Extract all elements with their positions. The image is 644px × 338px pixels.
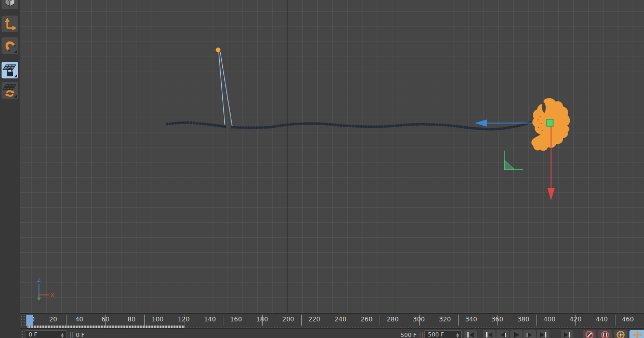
workplane-rotate-button[interactable]	[2, 82, 18, 99]
manipulator-z-arrowhead[interactable]	[547, 188, 555, 200]
trail-dot	[307, 122, 310, 125]
trail-dot	[397, 124, 400, 127]
trail-dot	[245, 126, 247, 129]
trail-dot	[223, 125, 226, 128]
axis-button[interactable]	[2, 16, 18, 32]
trail-dot	[263, 126, 266, 129]
timeline-playhead[interactable]	[26, 315, 33, 326]
trail-dot	[489, 128, 492, 130]
frame-spinner[interactable]: ▲▼	[60, 332, 65, 338]
trail-dot	[171, 122, 174, 125]
blob-speckle	[538, 119, 539, 120]
trail-dot	[279, 124, 281, 127]
trail-dot	[436, 124, 438, 126]
trail-dot	[253, 126, 256, 129]
gizmo-x-label: X	[50, 292, 55, 299]
trail-dot	[405, 124, 408, 126]
trail-dot	[318, 122, 320, 125]
trail-dot	[269, 126, 271, 128]
trail-dot	[305, 122, 307, 125]
play-button[interactable]	[510, 330, 522, 338]
trail-dot	[214, 124, 217, 127]
ruler-frame-label: 240	[334, 316, 346, 323]
goto-prev-key-button[interactable]	[483, 330, 495, 338]
trail-dot	[510, 126, 513, 128]
trail-dot	[362, 125, 365, 128]
ruler-frame-label: 380	[517, 316, 529, 323]
trail-dot	[320, 123, 323, 125]
viewport-canvas[interactable]: ZX	[20, 0, 644, 314]
blob-speckle	[541, 123, 542, 124]
goto-next-key-button[interactable]	[537, 330, 549, 338]
trail-dot	[236, 126, 239, 129]
trail-dot	[287, 123, 289, 126]
tangent-handle[interactable]	[216, 48, 221, 52]
ruler-frame-label: 420	[570, 316, 582, 323]
range-end-field[interactable]: 500 F ▲▼	[424, 330, 462, 338]
trail-dot	[196, 122, 198, 125]
range-spinner[interactable]: ▲▼	[455, 332, 460, 338]
trail-dot	[502, 127, 505, 130]
trail-dot	[500, 127, 502, 130]
trail-dot	[420, 123, 423, 125]
trail-dot	[418, 123, 421, 126]
trail-dot	[492, 128, 494, 130]
trail-dot	[323, 123, 326, 125]
trail-dot	[384, 125, 386, 128]
trail-dot	[370, 125, 373, 128]
trail-dot	[190, 121, 192, 124]
current-frame-field[interactable]: 0 F ▲▼	[25, 330, 66, 338]
mode-cube-button[interactable]	[2, 0, 18, 9]
trail-dot	[520, 124, 523, 126]
snap-magnet-button[interactable]	[2, 37, 18, 54]
trail-dot	[507, 126, 510, 129]
trail-dot	[455, 125, 458, 127]
trail-dot	[428, 123, 431, 126]
manipulator-x-arrowhead[interactable]	[475, 119, 487, 127]
trail-dot	[198, 122, 201, 125]
ruler-frame-label: 340	[465, 316, 477, 323]
ruler-tick	[458, 315, 459, 326]
ruler-frame-label: 400	[544, 316, 556, 323]
trail-dot	[433, 123, 435, 126]
trail-dot	[242, 126, 244, 129]
trail-dot	[331, 123, 333, 126]
manipulator-center-handle[interactable]	[546, 119, 553, 126]
trail-dot	[166, 123, 168, 125]
trail-dot	[515, 125, 518, 127]
trail-dot	[297, 123, 300, 125]
record-position-button[interactable]	[629, 330, 644, 338]
goto-start-button[interactable]	[464, 330, 477, 338]
trail-dot	[184, 121, 187, 124]
ruler-frame-label: 200	[283, 316, 294, 323]
transport-drag-grip[interactable]	[20, 331, 24, 338]
goto-end-button[interactable]	[561, 330, 573, 338]
trail-dot	[408, 123, 410, 126]
trail-dot	[386, 125, 389, 128]
ruler-frame-label: 440	[596, 316, 608, 323]
trail-dot	[340, 124, 342, 127]
trail-dot	[292, 123, 294, 125]
autokey-button[interactable]	[598, 330, 612, 338]
blob-speckle	[540, 116, 541, 117]
trail-dot	[201, 123, 204, 125]
current-frame-label: 0 F	[76, 332, 85, 338]
trail-dot	[271, 126, 274, 128]
ruler-frame-label: 220	[308, 316, 320, 323]
trail-dot	[261, 126, 263, 129]
trail-dot	[392, 125, 394, 127]
separator: ||	[419, 332, 424, 337]
trail-dot	[513, 125, 515, 128]
record-options-button[interactable]	[614, 330, 627, 338]
workplane-lock-button[interactable]	[2, 62, 18, 78]
ruler-frame-label: 360	[491, 316, 503, 323]
trail-dot	[373, 125, 375, 128]
record-keyframe-button[interactable]	[583, 330, 596, 338]
trail-dot	[425, 123, 428, 126]
next-frame-button[interactable]	[524, 330, 536, 338]
prev-frame-button[interactable]	[497, 330, 509, 338]
trail-dot	[193, 121, 195, 124]
timeline-ruler[interactable]: 0204060801001201401601802002202402602803…	[20, 314, 644, 329]
trail-dot	[481, 128, 484, 130]
ruler-frame-label: 120	[178, 316, 190, 323]
